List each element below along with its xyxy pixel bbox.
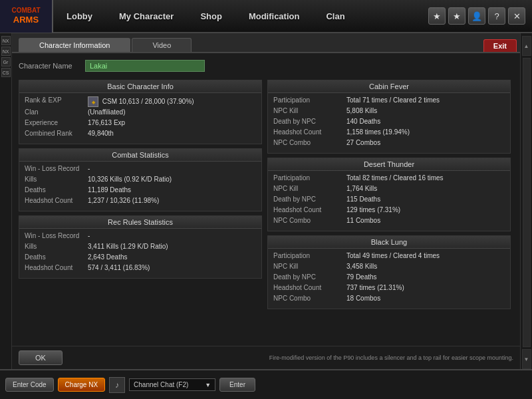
combined-rank-row: Combined Rank 49,840th <box>19 129 261 140</box>
sidebar-item-gr[interactable]: Gr <box>1 57 11 66</box>
exit-button[interactable]: Exit <box>483 39 517 52</box>
bl-death-npc-label: Death by NPC <box>273 273 346 283</box>
rank-icon: ◆ <box>88 96 98 107</box>
right-stats-col: Cabin Fever Participation Total 71 times… <box>267 80 511 339</box>
bl-npc-combo-label: NPC Combo <box>273 295 346 304</box>
sidebar-scroll-down[interactable]: ▼ <box>522 349 531 369</box>
star-icon-2[interactable]: ★ <box>448 7 466 25</box>
cabin-fever-header: Cabin Fever <box>268 80 510 93</box>
dt-npc-kill-row: NPC Kill 1,764 Kills <box>268 184 510 195</box>
rec-kills-value: 3,411 Kills (1.29 K/D Ratio) <box>88 243 256 252</box>
nav-icons: ★ ★ 👤 ? ✕ <box>428 7 532 25</box>
bl-npc-kill-value: 3,458 Kills <box>346 263 505 272</box>
center-panel: Character Information Video Exit Charact… <box>12 33 520 369</box>
combat-kills-value: 10,326 Kills (0.92 K/D Ratio) <box>88 176 256 185</box>
exp-row: Experience 176,613 Exp <box>19 118 261 129</box>
combat-kills-row: Kills 10,326 Kills (0.92 K/D Ratio) <box>19 175 261 186</box>
rank-label: Rank & EXP <box>25 96 88 107</box>
exp-value: 176,613 Exp <box>88 119 256 128</box>
dt-npc-combo-label: NPC Combo <box>273 217 346 226</box>
sidebar-item-nx2[interactable]: NX <box>1 47 11 56</box>
exp-label: Experience <box>25 119 88 128</box>
cf-death-npc-value: 140 Deaths <box>346 118 505 127</box>
dt-headshot-label: Headshot Count <box>273 206 346 215</box>
rec-rules-section: Rec Rules Statistics Win - Loss Record -… <box>19 215 262 279</box>
ok-button[interactable]: OK <box>19 350 63 365</box>
tab-video[interactable]: Video <box>132 38 192 52</box>
dt-death-npc-value: 115 Deaths <box>346 196 505 205</box>
combat-deaths-row: Deaths 11,189 Deaths <box>19 186 261 196</box>
enter-code-button[interactable]: Enter Code <box>5 378 54 392</box>
dt-headshot-value: 129 times (7.31%) <box>346 206 505 215</box>
clan-value: (Unaffiliated) <box>88 108 256 118</box>
combat-wl-label: Win - Loss Record <box>25 165 88 174</box>
channel-chat-dropdown[interactable]: Channel Chat (F2) ▼ <box>129 378 215 391</box>
cf-participation-label: Participation <box>273 96 346 106</box>
combat-wl-row: Win - Loss Record - <box>19 164 261 175</box>
char-name-input[interactable] <box>85 60 205 72</box>
dt-npc-combo-row: NPC Combo 11 Combos <box>268 216 510 227</box>
cf-npc-kill-row: NPC Kill 5,808 Kills <box>268 106 510 117</box>
rec-wl-value: - <box>88 232 256 241</box>
nav-clan[interactable]: Clan <box>313 0 358 32</box>
close-icon[interactable]: ✕ <box>508 7 525 25</box>
dt-death-npc-label: Death by NPC <box>273 196 346 205</box>
cf-npc-combo-row: NPC Combo 27 Combos <box>268 138 510 149</box>
cf-participation-value: Total 71 times / Cleared 2 times <box>346 96 505 106</box>
left-stats-col: Basic Character Info Rank & EXP ◆ CSM 10… <box>19 80 262 339</box>
cf-headshot-row: Headshot Count 1,158 times (19.94%) <box>268 128 510 138</box>
main-content: NX NX Gr CS Character Information Video … <box>0 33 532 369</box>
bl-npc-kill-label: NPC Kill <box>273 263 346 272</box>
sound-button[interactable]: ♪ <box>109 377 125 393</box>
black-lung-header: Black Lung <box>268 236 510 249</box>
combat-headshot-row: Headshot Count 1,237 / 10,326 (11.98%) <box>19 196 261 207</box>
rec-headshot-value: 574 / 3,411 (16.83%) <box>88 264 256 273</box>
rec-deaths-label: Deaths <box>25 253 88 263</box>
bl-death-npc-row: Death by NPC 79 Deaths <box>268 273 510 283</box>
sidebar-item-nx1[interactable]: NX <box>1 36 11 45</box>
dropdown-arrow-icon: ▼ <box>205 382 211 388</box>
tabs-bar: Character Information Video Exit <box>12 33 520 53</box>
enter-button[interactable]: Enter <box>219 378 255 392</box>
dt-participation-label: Participation <box>273 174 346 184</box>
cabin-fever-section: Cabin Fever Participation Total 71 times… <box>267 80 511 154</box>
nav-my-character[interactable]: My Character <box>106 0 187 32</box>
bl-npc-combo-value: 18 Combos <box>346 295 505 304</box>
desert-thunder-header: Desert Thunder <box>268 158 510 171</box>
dt-npc-combo-value: 11 Combos <box>346 217 505 226</box>
bl-headshot-row: Headshot Count 737 times (21.31%) <box>268 283 510 294</box>
combat-deaths-label: Deaths <box>25 186 88 196</box>
stats-columns: Basic Character Info Rank & EXP ◆ CSM 10… <box>19 80 511 339</box>
dt-headshot-row: Headshot Count 129 times (7.31%) <box>268 205 510 216</box>
nav-lobby[interactable]: Lobby <box>53 0 106 32</box>
combined-rank-label: Combined Rank <box>25 130 88 139</box>
bl-participation-label: Participation <box>273 252 346 261</box>
dt-death-npc-row: Death by NPC 115 Deaths <box>268 195 510 205</box>
sidebar-scroll-up[interactable]: ▲ <box>522 36 531 56</box>
nav-modification[interactable]: Modification <box>235 0 313 32</box>
star-icon-1[interactable]: ★ <box>428 7 446 25</box>
cf-death-npc-row: Death by NPC 140 Deaths <box>268 117 510 128</box>
black-lung-section: Black Lung Participation Total 49 times … <box>267 235 511 309</box>
tab-character-info[interactable]: Character Information <box>19 38 130 52</box>
bl-npc-combo-row: NPC Combo 18 Combos <box>268 294 510 305</box>
character-body: Character Name Basic Character Info Rank… <box>12 53 520 346</box>
question-icon[interactable]: ? <box>488 7 505 25</box>
ok-area: OK Fire-modified version of the P90 incl… <box>12 346 520 369</box>
scroll-track <box>523 58 531 347</box>
charge-nx-button[interactable]: Charge NX <box>58 378 105 392</box>
rec-headshot-row: Headshot Count 574 / 3,411 (16.83%) <box>19 263 261 274</box>
dt-npc-kill-label: NPC Kill <box>273 185 346 194</box>
user-icon[interactable]: 👤 <box>468 7 485 25</box>
bl-npc-kill-row: NPC Kill 3,458 Kills <box>268 262 510 273</box>
rec-kills-row: Kills 3,411 Kills (1.29 K/D Ratio) <box>19 242 261 253</box>
char-name-label: Character Name <box>19 62 78 70</box>
bl-participation-value: Total 49 times / Cleared 4 times <box>346 252 505 261</box>
desert-thunder-section: Desert Thunder Participation Total 82 ti… <box>267 158 511 231</box>
logo-arms: ARMS <box>11 15 40 25</box>
bl-headshot-label: Headshot Count <box>273 284 346 293</box>
sidebar-item-cs[interactable]: CS <box>1 68 11 77</box>
logo: COMBAT ARMS <box>0 0 53 33</box>
nav-shop[interactable]: Shop <box>187 0 235 32</box>
cf-npc-kill-label: NPC Kill <box>273 107 346 116</box>
